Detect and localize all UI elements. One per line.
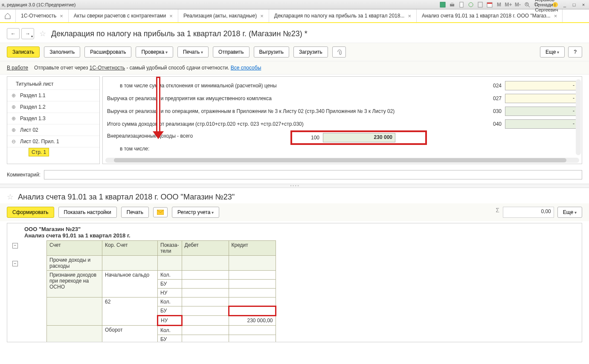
expand-icon[interactable]: ⊕ xyxy=(12,116,16,121)
row-value-100[interactable]: 230 000 xyxy=(323,133,395,142)
maximize-icon[interactable]: □ xyxy=(570,1,578,9)
calc-icon[interactable] xyxy=(476,1,484,9)
col-account: Счет xyxy=(47,241,102,256)
row-code: 100 xyxy=(294,135,319,141)
svg-rect-0 xyxy=(440,2,445,7)
expand-icon[interactable]: ⊕ xyxy=(12,127,16,133)
tab-declaration[interactable]: Декларация по налогу на прибыль за 1 ква… xyxy=(269,9,417,22)
svg-rect-5 xyxy=(478,2,482,7)
row-label-024: в том числе сумма отклонения от минималь… xyxy=(107,81,481,90)
row-value-024[interactable]: - xyxy=(505,81,577,90)
info-icon[interactable]: i xyxy=(551,1,559,9)
row-value-030[interactable]: - xyxy=(505,107,577,116)
user-info[interactable]: Абрамов Геннадий Сергеевич xyxy=(542,1,550,9)
row-code: 040 xyxy=(485,121,502,127)
pane-divider[interactable]: • • • • xyxy=(0,184,589,188)
doc-icon[interactable] xyxy=(458,1,465,9)
svg-text:+: + xyxy=(526,3,528,6)
scrollbar-vertical[interactable] xyxy=(576,79,581,155)
comment-input[interactable] xyxy=(44,170,582,179)
row-code: 030 xyxy=(485,108,502,114)
home-tab[interactable] xyxy=(0,9,16,22)
save-icon[interactable] xyxy=(439,1,447,9)
check-button[interactable]: Проверка xyxy=(136,46,173,58)
svg-rect-2 xyxy=(451,3,453,4)
close-icon[interactable]: × xyxy=(408,13,411,19)
attach-button[interactable] xyxy=(332,46,346,58)
report-header: ООО "Магазин №23" Анализ счета 91.01 за … xyxy=(7,223,582,240)
expand-icon[interactable]: ⊕ xyxy=(12,104,16,110)
col-kor: Кор. Счет xyxy=(102,241,158,256)
report-table: Счет Кор. Счет Показа- тели Дебет Кредит… xyxy=(46,240,276,342)
memory-m[interactable]: M xyxy=(495,1,503,9)
svg-text:i: i xyxy=(554,3,555,7)
help-button[interactable]: ? xyxy=(568,46,582,58)
zoom-in-icon[interactable]: + xyxy=(523,1,531,9)
register-button[interactable]: Регистр учета xyxy=(172,207,219,218)
tree-item[interactable]: ⊕Лист 02 xyxy=(7,124,99,136)
tree-item[interactable]: ⊕Раздел 1.2 xyxy=(7,101,99,113)
app-title: я, редакция 3.0 (1С:Предприятие) xyxy=(2,2,439,7)
tree-title[interactable]: Титульный лист xyxy=(7,78,99,90)
minimize-icon[interactable]: _ xyxy=(561,1,569,9)
row-sublabel: в том числе: xyxy=(107,144,577,153)
main-toolbar: Записать Заполнить Расшифровать Проверка… xyxy=(0,43,589,61)
close-icon[interactable]: × xyxy=(60,13,63,19)
link-1c-reporting[interactable]: 1С-Отчетность xyxy=(90,65,125,71)
collapse-icon[interactable]: ⊖ xyxy=(12,139,16,144)
section2-toolbar: Сформировать Показать настройки Печать Р… xyxy=(0,203,589,221)
form-button[interactable]: Сформировать xyxy=(7,207,54,218)
report-area: ООО "Магазин №23" Анализ счета 91.01 за … xyxy=(7,223,582,342)
home-icon xyxy=(4,12,11,19)
link-icon[interactable] xyxy=(467,1,475,9)
tree-item[interactable]: ⊖Лист 02. Прил. 1 xyxy=(7,136,99,147)
more-button[interactable]: Еще xyxy=(540,46,565,58)
tree-item[interactable]: ⊕Раздел 1.3 xyxy=(7,113,99,124)
favorite-icon[interactable]: ☆ xyxy=(7,192,14,202)
tree-page[interactable]: Стр. 1 xyxy=(7,147,99,157)
fill-button[interactable]: Заполнить xyxy=(44,46,80,58)
close-icon[interactable]: × xyxy=(260,13,264,19)
status-state[interactable]: В работе xyxy=(7,65,28,71)
print-button[interactable]: Печать xyxy=(177,46,209,58)
print-icon[interactable] xyxy=(448,1,456,9)
svg-line-9 xyxy=(528,6,530,7)
row-code: 024 xyxy=(485,83,502,89)
memory-mminus[interactable]: M- xyxy=(514,1,522,9)
back-button[interactable]: ← xyxy=(7,28,20,39)
link-all-methods[interactable]: Все способы xyxy=(231,65,261,71)
forward-button[interactable]: →▾ xyxy=(21,28,34,39)
mail-icon xyxy=(157,210,164,215)
expand-icon[interactable]: ⊕ xyxy=(12,92,16,98)
export-button[interactable]: Выгрузить xyxy=(254,46,290,58)
tab-sales[interactable]: Реализация (акты, накладные)× xyxy=(178,9,269,22)
calendar-icon[interactable] xyxy=(486,1,493,9)
collapse-button[interactable]: − xyxy=(12,243,18,248)
comment-row: Комментарий: xyxy=(0,166,589,184)
row-value-027[interactable]: - xyxy=(505,94,577,103)
tab-acts[interactable]: Акты сверки расчетов с контрагентами× xyxy=(69,9,178,22)
row-value-040[interactable]: - xyxy=(505,119,577,129)
more2-button[interactable]: Еще xyxy=(557,207,582,218)
memory-mplus[interactable]: M+ xyxy=(505,1,512,9)
print2-button[interactable]: Печать xyxy=(121,207,149,218)
highlighted-cell: НУ xyxy=(158,316,182,326)
row-desc: Признание доходов при переходе на ОСНО xyxy=(47,271,102,298)
email-button[interactable] xyxy=(153,207,168,217)
close-window-icon[interactable]: × xyxy=(580,1,587,9)
collapse-button[interactable]: − xyxy=(12,261,18,266)
section-tree: Титульный лист ⊕Раздел 1.1 ⊕Раздел 1.2 ⊕… xyxy=(7,76,100,164)
send-button[interactable]: Отправить xyxy=(213,46,250,58)
import-button[interactable]: Загрузить xyxy=(293,46,328,58)
close-icon[interactable]: × xyxy=(554,13,557,19)
tab-reporting[interactable]: 1С-Отчетность× xyxy=(16,9,69,22)
decode-button[interactable]: Расшифровать xyxy=(84,46,131,58)
close-icon[interactable]: × xyxy=(169,13,173,19)
save-button[interactable]: Записать xyxy=(7,46,40,58)
settings-button[interactable]: Показать настройки xyxy=(58,207,117,218)
status-text: Отправьте отчет через 1С-Отчетность - са… xyxy=(34,65,261,71)
tree-item[interactable]: ⊕Раздел 1.1 xyxy=(7,90,99,101)
scrollbar-horizontal[interactable] xyxy=(105,158,579,163)
favorite-icon[interactable]: ☆ xyxy=(39,29,46,38)
tab-analysis[interactable]: Анализ счета 91.01 за 1 квартал 2018 г. … xyxy=(417,9,563,22)
